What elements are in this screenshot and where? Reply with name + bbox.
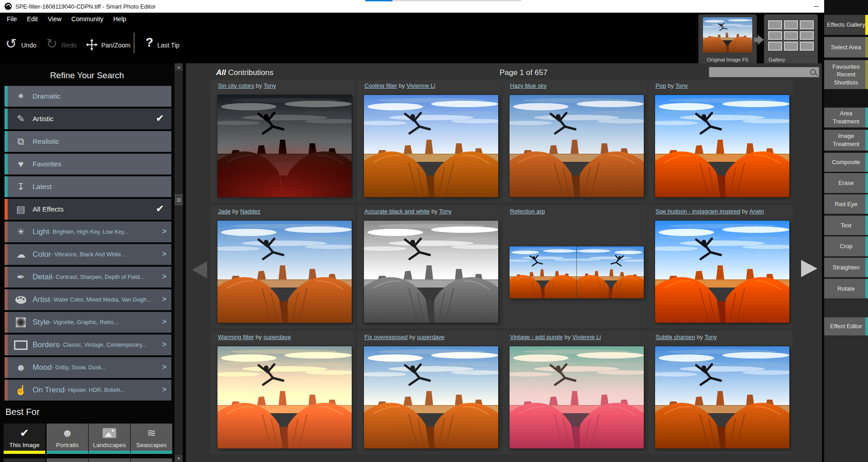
- tile-author-link[interactable]: Tony: [704, 334, 717, 340]
- tile-name-link[interactable]: Warming filter: [218, 334, 254, 340]
- category-color-strip: [5, 244, 8, 265]
- tile-author-link[interactable]: Vivienne Li: [406, 82, 435, 89]
- rail-button-effect-editor[interactable]: Effect Editor: [824, 317, 868, 335]
- best-for-this-image[interactable]: ✔This Image: [4, 424, 45, 454]
- filter-preview-image[interactable]: [655, 346, 789, 448]
- chevron-right-icon: >: [162, 227, 166, 236]
- tile-name-link[interactable]: Jade: [218, 208, 231, 215]
- sidebar-item-light[interactable]: ☀Light - Brighten, High Key, Low Key...>: [5, 222, 171, 242]
- best-for-landscapes[interactable]: Landscapes: [89, 424, 130, 454]
- undo-icon[interactable]: ↺: [5, 37, 17, 51]
- rail-button-label: Composite: [832, 158, 860, 166]
- menu-item-file[interactable]: File: [2, 13, 22, 25]
- gallery-tile-spe-hudson-instagram-inspired: Spe hudson - instagram inspired by Arwin: [648, 205, 793, 328]
- filter-preview-image[interactable]: [364, 221, 498, 323]
- filter-preview-image[interactable]: [217, 95, 352, 197]
- sidebar-item-mood[interactable]: ☻Mood - Gritty, Snow, Dusk...>: [5, 357, 171, 378]
- sidebar-item-style[interactable]: Style - Vignette, Graphic, Retro...>: [5, 312, 171, 333]
- rail-button-select-area[interactable]: Select Area: [824, 37, 868, 57]
- filter-preview-image[interactable]: [655, 95, 789, 197]
- scroll-down-icon[interactable]: ▼: [175, 455, 183, 462]
- undo-button[interactable]: Undo: [21, 42, 36, 49]
- rail-button-straighten[interactable]: Straighten: [824, 258, 868, 277]
- rail-button-effects-gallery[interactable]: Effects Gallery: [824, 15, 868, 35]
- filter-preview-image[interactable]: [509, 346, 644, 448]
- help-icon[interactable]: ?: [146, 35, 153, 50]
- best-for-portraits[interactable]: ☻Portraits: [47, 424, 88, 454]
- sidebar-item-color[interactable]: ☁Color - Vibrance, Black And White...>: [5, 244, 171, 265]
- tile-name-link[interactable]: Fix overexposed: [364, 334, 407, 340]
- search-icon[interactable]: [810, 69, 816, 75]
- tile-name-link[interactable]: Spe hudson - instagram inspired: [656, 208, 740, 215]
- menu-item-edit[interactable]: Edit: [22, 13, 43, 25]
- search-input[interactable]: [710, 68, 811, 77]
- tile-author-link[interactable]: superdave: [417, 334, 444, 340]
- scroll-up-icon[interactable]: ▲: [175, 63, 183, 71]
- rail-button-red-eye[interactable]: Red Eye: [824, 194, 868, 214]
- next-page-arrow[interactable]: [801, 260, 817, 277]
- rail-button-image-treatment[interactable]: Image Treatment: [824, 130, 868, 151]
- rail-button-erase[interactable]: Erase: [824, 173, 868, 193]
- last-tip-button[interactable]: Last Tip: [157, 42, 179, 49]
- scrollbar-thumb[interactable]: [175, 194, 183, 205]
- filter-preview-image[interactable]: [217, 346, 352, 448]
- sidebar-item-on-trend[interactable]: ☝On Trend - Hipster, HDR, Bokeh...>: [5, 380, 171, 401]
- sidebar-item-detail[interactable]: ✒Detail - Contrast, Sharpen, Depth of Fi…: [5, 267, 171, 288]
- tile-name-link[interactable]: Pop: [656, 82, 666, 89]
- sidebar-item-favorites[interactable]: ♥Favorites: [5, 154, 171, 174]
- tile-author-link[interactable]: Tony: [439, 208, 451, 215]
- pan-zoom-button[interactable]: Pan/Zoom: [101, 42, 131, 49]
- rail-button-label: Text: [841, 222, 852, 230]
- menu-item-help[interactable]: Help: [108, 13, 132, 25]
- filter-preview-image[interactable]: [364, 346, 498, 448]
- rail-button-text[interactable]: Text: [824, 216, 868, 235]
- filter-preview-image[interactable]: [217, 221, 352, 323]
- sidebar-item-realistic[interactable]: ⧉Realistic: [5, 131, 171, 152]
- gallery-tile-fix-overexposed: Fix overexposed by superdave: [357, 331, 502, 454]
- tile-name-link[interactable]: Subtle sharpen: [656, 334, 695, 340]
- menu-item-view[interactable]: View: [43, 13, 66, 25]
- best-for-partial-button[interactable]: [89, 458, 130, 462]
- tile-author-link[interactable]: superdave: [264, 334, 291, 340]
- filter-preview-image[interactable]: [509, 95, 644, 197]
- minimize-button[interactable]: [806, 0, 826, 13]
- filter-preview-image[interactable]: [364, 95, 498, 197]
- tile-author-link[interactable]: Naddez: [240, 208, 260, 215]
- tile-author-link[interactable]: Arwin: [749, 208, 764, 215]
- best-for-label: Portraits: [47, 442, 88, 448]
- tile-name-link[interactable]: Hazy blue sky: [510, 82, 547, 89]
- sidebar-item-dramatic[interactable]: ✶Dramatic: [5, 86, 171, 107]
- tile-name-link[interactable]: Accurate black and white: [364, 208, 430, 215]
- previous-page-arrow[interactable]: [192, 261, 207, 278]
- rail-button-area-treatment[interactable]: Area Treatment: [824, 108, 868, 127]
- best-for-partial-button[interactable]: [47, 458, 88, 462]
- tile-author-link[interactable]: Tony: [675, 82, 688, 89]
- tile-name-link[interactable]: Sin city colors: [218, 82, 254, 89]
- tile-name-link[interactable]: Cooling filter: [364, 82, 397, 89]
- tile-name-link[interactable]: Vintage - add purple: [510, 334, 563, 340]
- filter-preview-image[interactable]: [509, 246, 644, 298]
- best-for-partial-button[interactable]: [131, 458, 172, 462]
- tile-author-link[interactable]: Tony: [264, 82, 276, 89]
- original-image-card[interactable]: Original Image F5: [698, 14, 757, 65]
- rail-accent-strip: [865, 258, 868, 277]
- best-for-partial-button[interactable]: [4, 458, 45, 462]
- sidebar-item-artistic[interactable]: ✎Artistic✔: [5, 108, 171, 129]
- sidebar-item-borders[interactable]: Borders - Classic, Vintage, Contemporary…: [5, 335, 171, 355]
- rail-button-favourites-recent-shortlists[interactable]: Favourites Recent Shortlists: [824, 60, 868, 89]
- menu-item-community[interactable]: Community: [66, 13, 108, 25]
- sidebar-scrollbar[interactable]: ▲ ▼: [174, 63, 183, 462]
- rail-button-rotate[interactable]: Rotate: [824, 279, 868, 298]
- filter-preview-image[interactable]: [655, 221, 789, 323]
- pan-zoom-icon[interactable]: [86, 39, 98, 51]
- gallery-card[interactable]: Gallery: [764, 14, 818, 65]
- sidebar-item-all-effects[interactable]: ▤All Effects✔: [5, 199, 171, 220]
- tile-name-link[interactable]: Refection arp: [510, 208, 545, 215]
- sidebar-item-artist[interactable]: Artist - Water Color, Mixed Media, Van G…: [5, 289, 171, 310]
- rail-button-composite[interactable]: Composite: [824, 153, 868, 172]
- sidebar-item-latest[interactable]: ↧Latest: [5, 176, 171, 197]
- chevron-right-icon: >: [162, 386, 166, 394]
- best-for-seascapes[interactable]: ≋Seascapes: [131, 424, 172, 454]
- tile-author-link[interactable]: Vivienne Li: [572, 334, 601, 340]
- rail-button-crop[interactable]: Crop: [824, 236, 868, 256]
